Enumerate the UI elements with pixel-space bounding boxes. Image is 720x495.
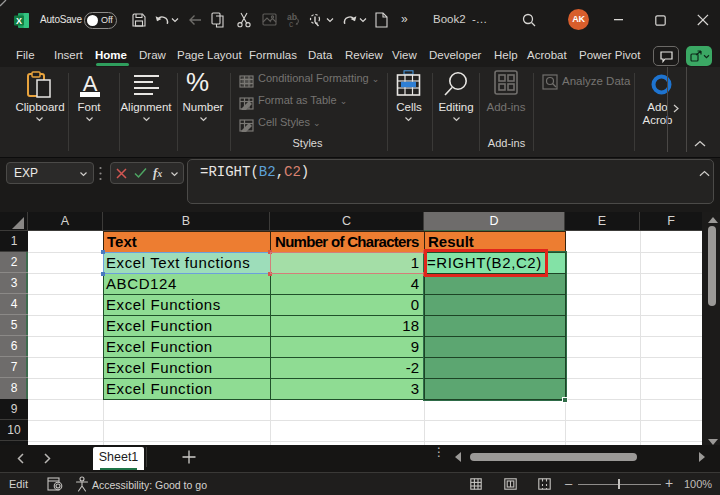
svg-text:X: X <box>16 16 22 26</box>
